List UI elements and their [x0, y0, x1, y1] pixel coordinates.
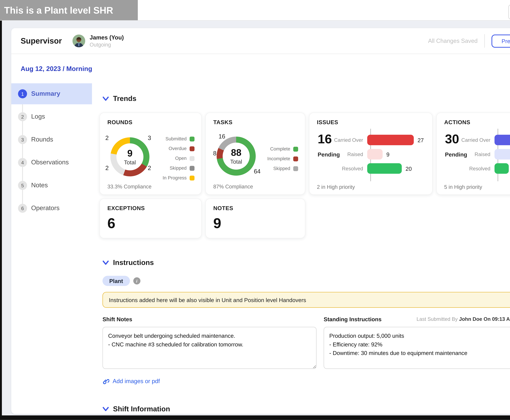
step-number: 1 — [18, 89, 27, 98]
legend-item: Incomplete — [267, 154, 298, 164]
role-title: Supervisor — [21, 36, 62, 45]
compliance-note: 87% Compliance — [213, 183, 253, 189]
user-status: Outgoing — [90, 42, 124, 48]
legend-swatch — [190, 156, 195, 161]
sidebar-item-logs[interactable]: 2 Logs — [11, 106, 92, 127]
donut-total-label: Total — [230, 158, 242, 165]
step-number: 4 — [18, 158, 27, 167]
card-title: NOTES — [213, 205, 233, 211]
window-edge — [0, 415, 510, 420]
link-icon — [103, 378, 109, 385]
shift-date-selector[interactable]: Aug 12, 2023 / Morning — [21, 65, 92, 73]
tasks-legend: Complete Incomplete Skipped — [267, 144, 298, 173]
sidebar-item-operators[interactable]: 6 Operators — [11, 198, 92, 219]
segment-value: 8 — [210, 150, 220, 157]
step-number: 2 — [18, 112, 27, 121]
debug-title-banner: This is a Plant level SHR — [0, 0, 138, 20]
card-title: ACTIONS — [444, 119, 470, 125]
sidebar-item-label: Rounds — [31, 136, 53, 143]
legend-swatch — [190, 175, 195, 180]
card-title: TASKS — [213, 119, 233, 125]
level-tag[interactable]: Plant — [103, 276, 130, 286]
legend-swatch — [190, 136, 195, 141]
legend-item: Skipped — [163, 163, 195, 173]
sidebar-item-label: Observations — [31, 159, 69, 166]
legend-swatch — [293, 166, 298, 171]
legend-swatch — [190, 146, 195, 151]
sidebar-item-label: Logs — [31, 113, 45, 120]
instructions-section-header[interactable]: Instructions — [103, 259, 510, 267]
exceptions-count: 6 — [107, 215, 115, 232]
exceptions-card: EXCEPTIONS 6 — [99, 198, 202, 238]
info-icon[interactable]: i — [133, 277, 140, 285]
sidebar-item-label: Summary — [31, 90, 60, 98]
donut-total: 9 — [127, 148, 132, 158]
section-title: Instructions — [113, 259, 154, 267]
banner-text: Instructions added here will be also vis… — [109, 297, 306, 303]
add-attachment-link[interactable]: Add images or pdf — [103, 378, 510, 385]
window-edge — [0, 21, 2, 420]
shift-notes-label: Shift Notes — [103, 316, 132, 322]
raised-bar — [367, 149, 383, 159]
section-title: Trends — [113, 95, 136, 103]
last-submitted-meta: Last Submitted By John Doe On 09:13 AM — [417, 316, 510, 322]
segment-value: 64 — [252, 168, 262, 175]
actions-trend-card: ACTIONS 30 Pending Carried Over14 Raised… — [436, 112, 510, 195]
card-title: EXCEPTIONS — [107, 205, 145, 211]
step-number: 3 — [18, 135, 27, 144]
card-title: ISSUES — [317, 119, 338, 125]
trends-section-header[interactable]: Trends — [103, 95, 510, 103]
rounds-trend-card: ROUNDS 9 Total 3 2 2 2 Submitted — [99, 112, 202, 195]
bar-row: Raised23 — [437, 149, 510, 159]
sidebar-item-rounds[interactable]: 3 Rounds — [11, 129, 92, 150]
divider — [484, 34, 485, 48]
bar-row: Carried Over27 — [309, 135, 428, 145]
segment-value: 16 — [217, 133, 227, 140]
step-number: 6 — [18, 204, 27, 213]
priority-note: 2 in High priority — [317, 184, 355, 190]
chevron-down-icon — [103, 96, 109, 101]
handover-panel: Supervisor James (You) Outgoing All Chan… — [11, 28, 510, 414]
chevron-down-icon — [103, 406, 109, 412]
segment-value: 2 — [102, 165, 112, 172]
date-row: Aug 12, 2023 / Morning — [11, 54, 510, 83]
user-block: James (You) Outgoing — [90, 34, 124, 48]
segment-value: 2 — [102, 135, 112, 142]
bar-row: Carried Over14 — [437, 135, 510, 145]
resolved-bar — [495, 163, 509, 174]
bar-row: Raised9 — [309, 149, 428, 159]
visibility-banner: Instructions added here will be also vis… — [103, 292, 510, 308]
bar-row: Resolved20 — [309, 163, 428, 174]
standing-instructions-box: Production output: 5,000 units - Efficie… — [324, 327, 510, 369]
sidebar-item-label: Notes — [31, 182, 48, 189]
resolved-bar — [367, 163, 402, 174]
segment-value: 2 — [145, 165, 154, 172]
raised-bar — [495, 149, 510, 159]
previous-button[interactable]: Previous — [492, 34, 510, 47]
issues-trend-card: ISSUES 16 Pending Carried Over27 Raised9… — [309, 112, 433, 195]
sidebar-item-summary[interactable]: 1 Summary — [11, 83, 92, 104]
card-title: ROUNDS — [107, 119, 132, 125]
legend-swatch — [190, 166, 195, 171]
compliance-note: 33.3% Compliance — [107, 183, 152, 189]
view-pdf-button[interactable]: PDF View — [508, 5, 510, 19]
rounds-legend: Submitted Overdue Open Skipped In Progre… — [163, 134, 195, 183]
rounds-donut-chart: 9 Total — [110, 137, 149, 176]
standing-instructions-label: Standing Instructions — [324, 316, 381, 322]
section-title: Shift Information — [113, 405, 170, 413]
legend-item: In Progress — [163, 173, 195, 183]
tasks-trend-card: TASKS 88 Total 16 8 64 Complete Inc — [206, 112, 305, 195]
shift-information-section-header[interactable]: Shift Information — [103, 405, 510, 413]
sidebar-item-observations[interactable]: 4 Observations — [11, 152, 92, 173]
avatar — [72, 35, 85, 47]
carried-over-bar — [495, 135, 510, 145]
bar-row: Resolved7 — [437, 163, 510, 174]
legend-item: Skipped — [267, 164, 298, 173]
app-window: This is a Plant level SHR PDF View Super… — [0, 0, 510, 420]
shift-notes-input[interactable]: Conveyor belt undergoing scheduled maint… — [103, 327, 317, 369]
legend-swatch — [293, 156, 298, 161]
notes-card: NOTES 9 — [206, 198, 305, 238]
legend-item: Complete — [267, 144, 298, 154]
sidebar-item-notes[interactable]: 5 Notes — [11, 175, 92, 196]
segment-value: 3 — [145, 135, 154, 142]
